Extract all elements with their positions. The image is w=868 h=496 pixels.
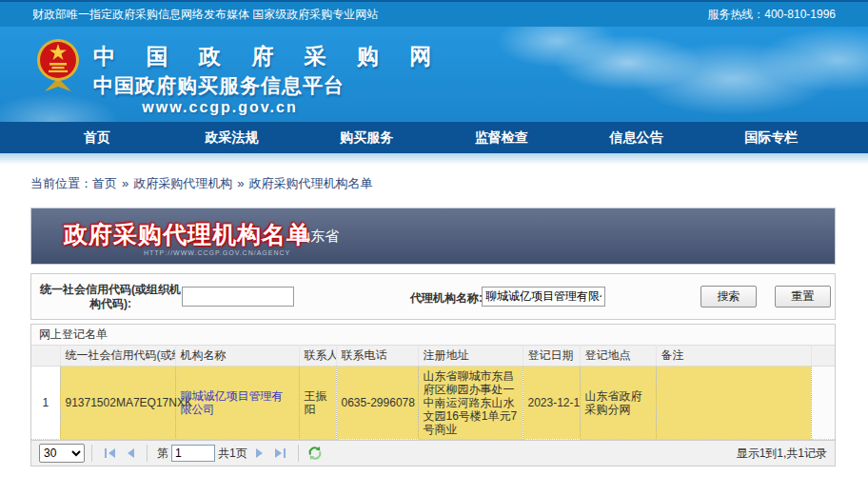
page-label-prefix: 第 [157, 446, 168, 462]
page-count-label: 共1页 [218, 446, 247, 462]
main-nav: 首页 政采法规 购买服务 监督检查 信息公告 国际专栏 [0, 122, 868, 153]
breadcrumb-link-home[interactable]: 首页 [92, 176, 117, 190]
cell-reg-place: 山东省政府采购分网 [580, 367, 656, 440]
nav-item-supervision[interactable]: 监督检查 [434, 122, 569, 153]
table-section-title: 网上登记名单 [31, 325, 835, 345]
page: 财政部唯一指定政府采购信息网络发布媒体 国家级政府采购专业网站 服务热线：400… [0, 0, 868, 496]
col-index [31, 346, 60, 367]
col-remark: 备注 [656, 346, 811, 367]
table-header-row: 统一社会信用代码(或组织 机构名称 联系人 联系电话 注册地址 登记日期 登记地… [31, 346, 835, 367]
credit-code-input[interactable] [182, 287, 294, 307]
agency-name-input[interactable] [482, 287, 605, 307]
col-reg-place: 登记地点 [580, 346, 656, 367]
credit-code-label: 统一社会信用代码(或组织机构代码): [39, 283, 182, 311]
cell-phone: 0635-2996078 [336, 367, 418, 440]
topbar-hotline: 服务热线：400-810-1996 [707, 7, 836, 23]
nav-fade-strip [0, 153, 868, 165]
col-credit-code: 统一社会信用代码(或组织 [60, 346, 175, 367]
refresh-icon[interactable] [307, 446, 323, 461]
site-subtitle: 中国政府购买服务信息平台 [93, 72, 345, 99]
cell-reg-date: 2023-12-11 [523, 367, 580, 440]
topbar-slogan: 财政部唯一指定政府采购信息网络发布媒体 国家级政府采购专业网站 [32, 7, 378, 23]
pagination-divider [147, 445, 148, 462]
col-reg-date: 登记日期 [523, 346, 580, 367]
cell-remark [656, 367, 811, 440]
last-page-button[interactable] [269, 447, 291, 459]
nav-item-purchase-services[interactable]: 购买服务 [299, 122, 434, 153]
site-header: 中 国 政 府 采 购 网 中国政府购买服务信息平台 www.ccgp.gov.… [0, 27, 868, 122]
col-contact: 联系人 [299, 346, 336, 367]
prev-page-button[interactable] [121, 447, 140, 459]
page-number-input[interactable] [171, 445, 215, 462]
nav-item-home[interactable]: 首页 [30, 122, 165, 153]
pagination-divider [91, 445, 92, 462]
cell-contact: 王振阳 [299, 367, 336, 440]
banner-url: HTTP://WWW.CCGP.GOV.CN/AGENCY [144, 249, 290, 256]
site-url: www.ccgp.gov.cn [93, 99, 346, 116]
site-title: 中 国 政 府 采 购 网 [93, 42, 444, 71]
cell-address: 山东省聊城市东昌府区柳园办事处一中南运河路东山水文园16号楼1单元7号商业 [418, 367, 523, 440]
nav-item-regulations[interactable]: 政采法规 [165, 122, 300, 153]
first-page-button[interactable] [99, 447, 121, 459]
col-agency-name: 机构名称 [175, 346, 299, 367]
table-row: 1 91371502MA7EQ17NXK 聊城诚亿项目管理有限公司 王振阳 06… [31, 367, 835, 440]
breadcrumb-separator: » [122, 176, 128, 190]
search-panel: 统一社会信用代码(或组织机构代码): 代理机构名称: 搜索 重置 [30, 273, 836, 320]
banner-title: 政府采购代理机构名单 [64, 219, 311, 250]
next-page-button[interactable] [250, 447, 269, 459]
national-emblem-icon [36, 36, 80, 97]
search-button[interactable]: 搜索 [700, 286, 757, 308]
results-section: 网上登记名单 统一社会信用代码(或组织 机构名称 联系人 联系电话 注册地址 登… [30, 324, 836, 466]
nav-item-international[interactable]: 国际专栏 [703, 122, 838, 153]
agency-name-label: 代理机构名称: [410, 290, 483, 307]
page-size-select[interactable]: 30 [39, 444, 85, 463]
agency-list-banner: 政府采购代理机构名单 HTTP://WWW.CCGP.GOV.CN/AGENCY… [30, 208, 836, 265]
cell-agency-name: 聊城诚亿项目管理有限公司 [175, 367, 299, 440]
reset-button[interactable]: 重置 [775, 286, 831, 308]
col-spacer [811, 346, 835, 367]
registry-table: 统一社会信用代码(或组织 机构名称 联系人 联系电话 注册地址 登记日期 登记地… [31, 345, 835, 440]
record-summary: 显示1到1,共1记录 [737, 446, 827, 462]
col-address: 注册地址 [418, 346, 523, 367]
pagination-divider [298, 445, 299, 462]
breadcrumb-separator: » [237, 176, 244, 190]
pagination-bar: 30 第 共1页 [31, 440, 835, 466]
nav-item-announcements[interactable]: 信息公告 [569, 122, 704, 153]
breadcrumb-prefix: 当前位置： [30, 176, 92, 190]
banner-province: 山东省 [296, 228, 339, 246]
agency-name-link[interactable]: 聊城诚亿项目管理有限公司 [181, 389, 284, 416]
breadcrumb: 当前位置：首页»政府采购代理机构»政府采购代理机构名单 [30, 175, 372, 192]
cell-spacer [811, 367, 835, 440]
breadcrumb-current[interactable]: 政府采购代理机构名单 [248, 176, 372, 190]
breadcrumb-link-agencies[interactable]: 政府采购代理机构 [133, 176, 232, 190]
col-phone: 联系电话 [336, 346, 418, 367]
topbar: 财政部唯一指定政府采购信息网络发布媒体 国家级政府采购专业网站 服务热线：400… [0, 0, 868, 27]
cell-credit-code: 91371502MA7EQ17NXK [60, 367, 175, 440]
cell-index: 1 [31, 367, 60, 440]
